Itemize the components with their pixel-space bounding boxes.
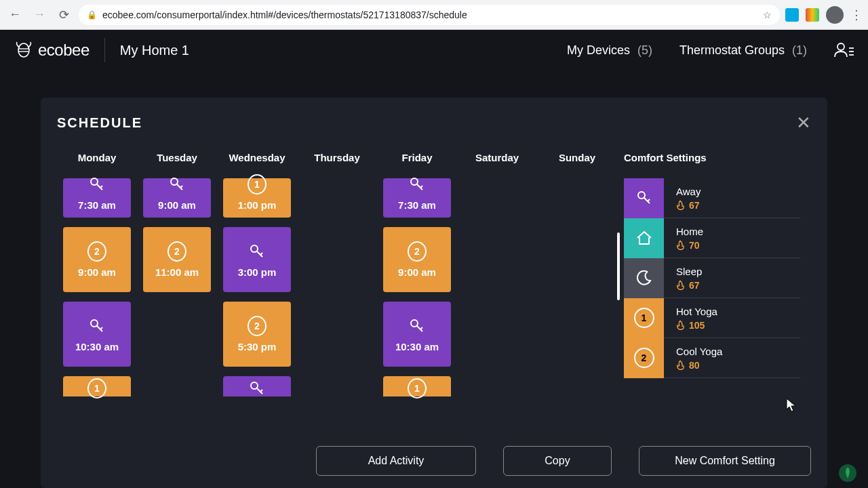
url-text: ecobee.com/consumerportal/index.html#/de…	[102, 9, 467, 20]
new-comfort-button[interactable]: New Comfort Setting	[639, 446, 811, 476]
cell-time: 5:30 pm	[238, 341, 277, 352]
app-header: ecobee My Home 1 My Devices (5) Thermost…	[0, 30, 868, 70]
schedule-cell[interactable]: 3:00 pm	[223, 227, 291, 292]
comfort-temp: 80	[676, 360, 722, 371]
key-icon	[87, 175, 106, 194]
copy-button[interactable]: Copy	[503, 446, 612, 476]
schedule-cell[interactable]: 7:30 am	[63, 178, 131, 218]
cell-time: 9:00 am	[398, 266, 436, 278]
day-header-fri: Friday	[377, 140, 457, 178]
day-header-sun: Sunday	[537, 140, 617, 178]
nav-my-devices[interactable]: My Devices (5)	[567, 43, 652, 58]
svg-point-0	[18, 43, 29, 57]
comfort-temp: 105	[676, 320, 717, 331]
home-name[interactable]: My Home 1	[120, 43, 189, 58]
schedule-cell[interactable]: 1	[63, 376, 131, 396]
comfort-item[interactable]: Home70	[624, 218, 800, 258]
extension-icon[interactable]	[785, 8, 799, 22]
nav-thermostat-groups[interactable]: Thermostat Groups (1)	[679, 43, 807, 58]
address-bar[interactable]: 🔒 ecobee.com/consumerportal/index.html#/…	[79, 5, 780, 25]
cell-time: 10:30 am	[395, 341, 439, 352]
cell-time: 7:30 am	[78, 199, 116, 211]
comfort-item[interactable]: 1Hot Yoga105	[624, 298, 800, 338]
reload-button[interactable]: ⟳	[54, 5, 73, 24]
cell-time: 11:00 am	[155, 266, 199, 278]
comfort-swatch: 2	[624, 338, 664, 378]
schedule-cell[interactable]: 29:00 am	[63, 227, 131, 292]
key-icon	[248, 379, 267, 398]
number-badge: 2	[167, 242, 186, 261]
comfort-swatch	[624, 258, 664, 298]
column-saturday	[457, 178, 537, 396]
number-badge: 1	[87, 379, 106, 398]
cell-time: 9:00 am	[158, 199, 196, 211]
svg-line-15	[180, 186, 182, 188]
column-tuesday: 9:00 am211:00 am	[137, 178, 217, 396]
comfort-item[interactable]: Sleep67	[624, 258, 800, 298]
key-icon	[408, 317, 427, 336]
comfort-item[interactable]: Away67	[624, 178, 800, 218]
day-header-sat: Saturday	[457, 140, 537, 178]
comfort-swatch	[624, 178, 664, 218]
forward-button[interactable]: →	[30, 5, 49, 24]
divider	[104, 38, 105, 62]
svg-line-9	[100, 186, 102, 188]
comfort-temp: 67	[676, 200, 701, 211]
star-icon[interactable]: ☆	[763, 9, 772, 20]
column-wednesday: 11:00 pm3:00 pm25:30 pm	[217, 178, 297, 396]
svg-point-3	[837, 43, 844, 50]
key-icon	[167, 175, 186, 194]
schedule-cell[interactable]: 10:30 am	[63, 302, 131, 367]
day-header-tue: Tuesday	[137, 140, 217, 178]
schedule-cell[interactable]: 9:00 am	[143, 178, 211, 218]
back-button[interactable]: ←	[5, 5, 24, 24]
comfort-temp: 70	[676, 240, 703, 251]
schedule-cell[interactable]: 11:00 pm	[223, 178, 291, 218]
close-button[interactable]: ✕	[796, 114, 811, 131]
key-icon	[408, 175, 427, 194]
extension-icon[interactable]	[806, 8, 819, 22]
app-body: SCHEDULE ✕ Monday Tuesday Wednesday Thur…	[0, 70, 868, 488]
schedule-cell[interactable]: 25:30 pm	[223, 302, 291, 367]
menu-icon[interactable]: ⋮	[850, 7, 863, 22]
lock-icon: 🔒	[87, 10, 97, 20]
comfort-item[interactable]: 2Cool Yoga80	[624, 338, 800, 378]
account-icon[interactable]	[834, 43, 854, 58]
svg-line-27	[420, 327, 422, 329]
comfort-name: Away	[676, 186, 701, 197]
number-badge: 2	[248, 317, 267, 336]
key-icon	[87, 317, 106, 336]
cell-time: 10:30 am	[75, 341, 119, 352]
svg-line-24	[420, 186, 422, 188]
bee-icon	[14, 40, 34, 60]
eco-badge-icon	[838, 464, 857, 483]
comfort-name: Sleep	[676, 266, 702, 277]
profile-avatar[interactable]	[826, 6, 844, 24]
schedule-cell[interactable]: 1	[383, 376, 451, 396]
day-header-wed: Wednesday	[217, 140, 297, 178]
brand-logo[interactable]: ecobee	[14, 40, 90, 60]
schedule-cell[interactable]: 29:00 am	[383, 227, 451, 292]
scroll-indicator[interactable]	[617, 232, 620, 300]
comfort-swatch	[624, 218, 664, 258]
number-badge: 1	[248, 175, 267, 194]
cell-time: 3:00 pm	[238, 266, 277, 278]
key-icon	[248, 242, 267, 261]
comfort-name: Hot Yoga	[676, 306, 717, 317]
column-thursday	[297, 178, 377, 396]
schedule-cell[interactable]: 211:00 am	[143, 227, 211, 292]
brand-text: ecobee	[38, 41, 90, 60]
schedule-cell[interactable]: 7:30 am	[383, 178, 451, 218]
comfort-name: Home	[676, 226, 703, 237]
browser-toolbar: ← → ⟳ 🔒 ecobee.com/consumerportal/index.…	[0, 0, 868, 30]
cursor-icon	[785, 397, 797, 415]
add-activity-button[interactable]: Add Activity	[316, 446, 476, 476]
number-badge: 2	[87, 242, 106, 261]
comfort-settings-list: Comfort Settings Away67Home70Sleep671Hot…	[624, 140, 800, 396]
day-header-mon: Monday	[57, 140, 137, 178]
number-badge: 2	[408, 242, 427, 261]
svg-line-12	[100, 327, 102, 329]
schedule-cell[interactable]: 10:30 am	[383, 302, 451, 367]
comfort-temp: 67	[676, 280, 702, 291]
schedule-cell[interactable]	[223, 376, 291, 396]
